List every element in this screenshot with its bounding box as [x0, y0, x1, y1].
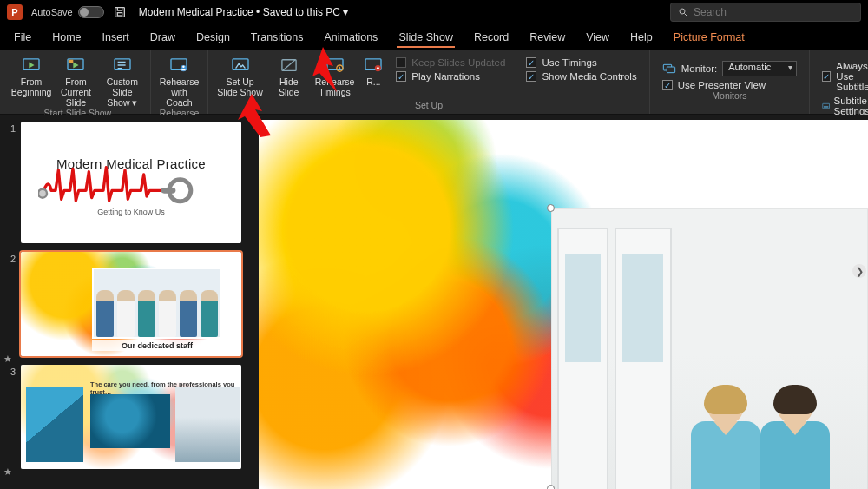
- slide-thumbnail-panel[interactable]: 1 Modern Medical Practice Getting to Kno…: [0, 115, 252, 489]
- autosave-label: AutoSave: [31, 7, 73, 17]
- hide-slide-button[interactable]: Hide Slide: [268, 54, 310, 97]
- rehearse-with-coach-button[interactable]: Rehearse with Coach: [156, 54, 203, 108]
- use-timings-checkbox[interactable]: ✓Use Timings: [526, 57, 636, 68]
- from-beginning-button[interactable]: From Beginning: [10, 54, 52, 108]
- setup-icon: [230, 56, 251, 75]
- hide-slide-icon: [279, 56, 299, 75]
- svg-rect-10: [233, 59, 248, 70]
- search-icon: [678, 7, 688, 17]
- animation-indicator-icon: ★: [3, 466, 12, 478]
- autosave-toggle[interactable]: [78, 6, 104, 18]
- record-button[interactable]: R...: [359, 54, 387, 87]
- search-input[interactable]: [694, 6, 853, 18]
- play-from-current-icon: [65, 56, 86, 75]
- svg-rect-12: [327, 59, 343, 70]
- tab-design[interactable]: Design: [194, 26, 232, 50]
- group-monitors: Monitor: Automatic ✓Use Presenter View M…: [650, 50, 811, 114]
- thumbnail-3-preview: The care you need, from the professional…: [21, 365, 241, 469]
- tab-slide-show[interactable]: Slide Show: [397, 26, 455, 50]
- tab-help[interactable]: Help: [628, 26, 654, 50]
- save-icon[interactable]: [113, 5, 127, 19]
- from-current-slide-button[interactable]: From Current Slide: [54, 54, 98, 108]
- thumbnail-3[interactable]: 3 ★ The care you need, from the professi…: [0, 363, 247, 476]
- tab-view[interactable]: View: [584, 26, 611, 50]
- svg-rect-5: [69, 60, 73, 63]
- autosave-control[interactable]: AutoSave: [31, 6, 104, 18]
- selection-handle[interactable]: [547, 204, 555, 212]
- workspace: 1 Modern Medical Practice Getting to Kno…: [0, 115, 868, 489]
- rehearse-timings-button[interactable]: Rehearse Timings: [312, 54, 358, 97]
- search-box[interactable]: [670, 3, 861, 22]
- svg-rect-19: [823, 103, 830, 108]
- group-captions: ✓Always Use Subtitles Subtitle Settings …: [810, 50, 868, 114]
- document-title[interactable]: Modern Medical Practice • Saved to this …: [139, 6, 349, 18]
- group-label-monitors: Monitors: [712, 90, 746, 102]
- monitor-icon: [662, 63, 676, 75]
- group-label-setup: Set Up: [415, 100, 443, 112]
- record-icon: [363, 56, 384, 75]
- title-bar: P AutoSave Modern Medical Practice • Sav…: [0, 0, 868, 24]
- nurse-figure-2: [760, 388, 830, 489]
- keep-slides-updated-checkbox: Keep Slides Updated: [396, 57, 505, 68]
- nurse-figure-1: [691, 388, 760, 489]
- thumbnail-1[interactable]: 1 Modern Medical Practice Getting to Kno…: [0, 120, 247, 250]
- tab-file[interactable]: File: [12, 26, 33, 50]
- tab-animations[interactable]: Animations: [323, 26, 380, 50]
- tab-draw[interactable]: Draw: [148, 26, 177, 50]
- svg-rect-24: [161, 188, 176, 194]
- play-from-start-icon: [21, 56, 42, 75]
- tab-transitions[interactable]: Transitions: [249, 26, 306, 50]
- svg-point-9: [183, 66, 186, 69]
- custom-slide-show-button[interactable]: Custom Slide Show ▾: [100, 54, 145, 108]
- powerpoint-app-icon: P: [7, 4, 23, 20]
- thumbnail-2-preview: Our dedicated staff: [21, 252, 241, 356]
- svg-point-2: [680, 9, 685, 14]
- custom-show-icon: [112, 56, 133, 75]
- show-media-controls-checkbox[interactable]: ✓Show Media Controls: [526, 71, 636, 82]
- tab-picture-format[interactable]: Picture Format: [672, 26, 746, 50]
- rehearse-timings-icon: [325, 56, 345, 75]
- tab-home[interactable]: Home: [50, 26, 82, 50]
- subtitle-settings-dropdown[interactable]: Subtitle Settings: [822, 96, 868, 116]
- group-set-up: Set Up Slide Show Hide Slide Rehearse Ti…: [208, 50, 649, 114]
- selection-handle[interactable]: [547, 485, 555, 489]
- svg-point-25: [38, 189, 47, 198]
- monitor-selector[interactable]: Monitor: Automatic: [662, 61, 798, 76]
- current-slide[interactable]: [259, 120, 868, 489]
- set-up-slide-show-button[interactable]: Set Up Slide Show: [214, 54, 266, 97]
- coach-icon: [168, 56, 189, 75]
- ekg-graphic: [38, 162, 212, 205]
- use-presenter-view-checkbox[interactable]: ✓Use Presenter View: [662, 80, 798, 90]
- selected-picture[interactable]: [551, 208, 868, 489]
- svg-rect-1: [117, 13, 122, 16]
- tab-review[interactable]: Review: [528, 26, 567, 50]
- monitor-dropdown[interactable]: Automatic: [722, 61, 797, 76]
- svg-rect-20: [824, 106, 828, 107]
- tab-insert[interactable]: Insert: [101, 26, 131, 50]
- menu-bar: File Home Insert Draw Design Transitions…: [0, 24, 868, 50]
- svg-point-16: [377, 67, 379, 69]
- svg-rect-18: [667, 67, 674, 73]
- tab-record[interactable]: Record: [472, 26, 510, 50]
- play-narrations-checkbox[interactable]: ✓Play Narrations: [396, 71, 505, 82]
- always-use-subtitles-checkbox[interactable]: ✓Always Use Subtitles: [822, 61, 868, 92]
- thumbnail-2[interactable]: 2 ★ Our dedicated staff: [0, 250, 247, 363]
- group-start-slide-show: From Beginning From Current Slide Custom…: [5, 50, 151, 114]
- ribbon: From Beginning From Current Slide Custom…: [0, 50, 868, 115]
- thumbnail-1-preview: Modern Medical Practice Getting to Know …: [21, 122, 241, 243]
- group-rehearse: Rehearse with Coach Rehearse: [151, 50, 209, 114]
- subtitle-icon: [822, 100, 830, 112]
- slide-editor[interactable]: ❯: [252, 115, 868, 489]
- setup-options: Keep Slides Updated ✓Play Narrations ✓Us…: [389, 54, 643, 82]
